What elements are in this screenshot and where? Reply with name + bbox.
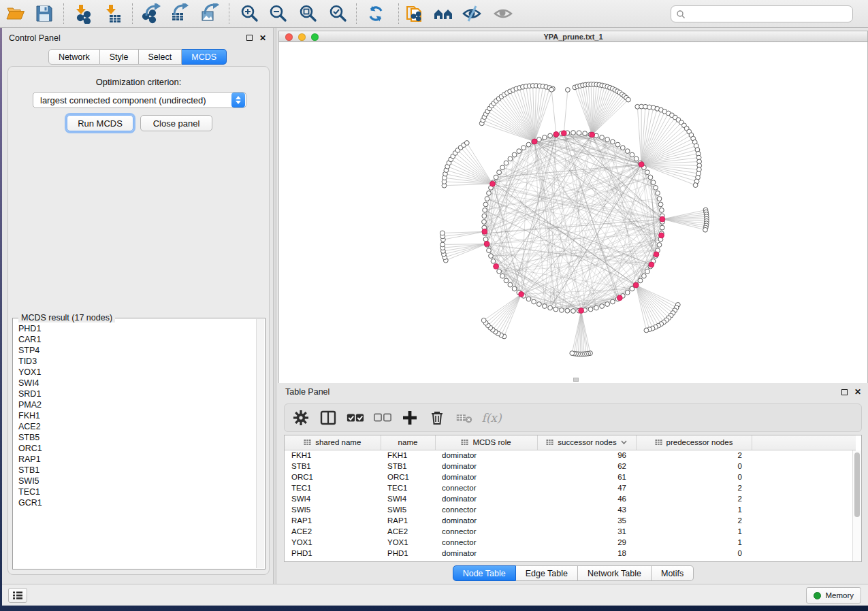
column-header-name[interactable]: name	[381, 435, 435, 450]
zoom-fit-icon[interactable]	[295, 2, 320, 25]
panel-list-button[interactable]	[8, 588, 27, 603]
tab-network[interactable]: Network	[48, 49, 100, 65]
control-panel-header: Control Panel ✕	[2, 28, 273, 48]
network-canvas[interactable]	[278, 42, 868, 383]
mcds-result-item[interactable]: SWI5	[18, 476, 256, 486]
tab-motifs[interactable]: Motifs	[652, 565, 694, 581]
close-panel-icon[interactable]: ✕	[259, 34, 266, 42]
mcds-result-item[interactable]: PMA2	[18, 399, 256, 410]
first-neighbors-icon[interactable]	[431, 2, 455, 25]
split-view-icon[interactable]	[319, 408, 338, 427]
table-row[interactable]: RAP1RAP1dominator352	[285, 515, 856, 526]
search-input[interactable]	[686, 10, 852, 19]
tab-style[interactable]: Style	[100, 49, 139, 65]
control-panel: Control Panel ✕ NetworkStyleSelectMCDS O…	[2, 28, 273, 584]
table-row[interactable]: ORC1ORC1dominator610	[285, 472, 856, 482]
zoom-selected-icon[interactable]	[325, 2, 350, 25]
table-row[interactable]: STB1STB1dominator620	[285, 461, 856, 472]
refresh-icon[interactable]	[364, 2, 388, 25]
mcds-result-item[interactable]: FKH1	[18, 410, 256, 421]
close-table-panel-icon[interactable]: ✕	[854, 388, 861, 396]
tab-select[interactable]: Select	[139, 49, 182, 65]
function-builder-icon: f(x)	[482, 408, 501, 427]
mcds-result-item[interactable]: RAP1	[18, 454, 256, 465]
tab-edge-table[interactable]: Edge Table	[516, 565, 578, 581]
table-row[interactable]: SWI4SWI4dominator462	[285, 493, 856, 504]
table-row[interactable]: FKH1FKH1dominator962	[285, 450, 856, 461]
export-network-icon[interactable]	[140, 2, 164, 25]
mcds-result-item[interactable]: PHD1	[18, 323, 256, 334]
mcds-result-item[interactable]: SRD1	[18, 389, 256, 399]
delete-column-icon[interactable]	[428, 408, 447, 427]
show-all-icon	[491, 2, 515, 25]
mcds-result-item[interactable]: SWI4	[18, 378, 256, 389]
mcds-result-item[interactable]: STB5	[18, 432, 256, 443]
network-graph[interactable]	[279, 42, 868, 383]
save-session-icon[interactable]	[32, 2, 57, 25]
mcds-result-item[interactable]: ACE2	[18, 421, 256, 432]
node-table[interactable]: shared namenameMCDS rolesuccessor nodesp…	[284, 435, 862, 562]
table-row[interactable]: YOX1YOX1connector291	[285, 537, 856, 548]
optimization-criterion-label: Optimization criterion:	[8, 77, 269, 87]
run-mcds-button[interactable]: Run MCDS	[67, 115, 133, 131]
settings-icon[interactable]	[291, 408, 310, 427]
optimization-criterion-select[interactable]: largest connected component (undirected)	[33, 92, 246, 108]
export-image-icon[interactable]	[197, 2, 222, 25]
float-table-panel-icon[interactable]	[841, 389, 848, 395]
toolbar-separator	[356, 3, 357, 24]
optimization-criterion-value: largest connected component (undirected)	[33, 95, 231, 105]
table-row[interactable]: TEC1TEC1connector472	[285, 482, 856, 493]
mcds-result-item[interactable]: STP4	[18, 345, 256, 356]
zoom-window-icon[interactable]	[311, 33, 319, 41]
export-table-icon[interactable]	[167, 2, 192, 25]
tab-node-table[interactable]: Node Table	[453, 565, 516, 581]
mcds-result-item[interactable]: YOX1	[18, 367, 256, 378]
column-header-successor-nodes[interactable]: successor nodes	[537, 435, 636, 450]
minimize-window-icon[interactable]	[298, 33, 306, 41]
control-panel-title: Control Panel	[9, 33, 61, 43]
close-panel-button[interactable]: Close panel	[140, 115, 212, 131]
splitter-grip[interactable]	[573, 378, 579, 382]
open-file-icon[interactable]	[3, 2, 28, 25]
add-column-icon[interactable]	[400, 408, 419, 427]
network-and-table-area: YPA_prune.txt_1 Table Panel ✕ f(x) share…	[276, 28, 868, 584]
new-network-from-selection-icon[interactable]	[402, 2, 427, 25]
status-bar: Memory	[2, 584, 868, 606]
deselect-all-columns-icon[interactable]	[373, 408, 392, 427]
mcds-result-item[interactable]: GCR1	[18, 497, 256, 508]
toolbar-separator	[63, 3, 64, 24]
close-window-icon[interactable]	[285, 33, 293, 41]
select-all-columns-icon[interactable]	[346, 408, 365, 427]
mcds-list-scrollbar[interactable]	[256, 319, 264, 568]
column-header-MCDS-role[interactable]: MCDS role	[435, 435, 537, 450]
search-box[interactable]	[671, 5, 853, 22]
float-panel-icon[interactable]	[246, 35, 253, 41]
main-toolbar	[0, 0, 868, 28]
zoom-out-icon[interactable]	[266, 2, 290, 25]
import-network-icon[interactable]	[72, 2, 97, 25]
table-row[interactable]: SWI5SWI5connector431	[285, 504, 856, 515]
table-scrollbar[interactable]	[852, 450, 861, 561]
mcds-result-item[interactable]: TEC1	[18, 486, 256, 497]
network-window-title: YPA_prune.txt_1	[543, 33, 602, 41]
mcds-result-item[interactable]: CAR1	[18, 334, 256, 345]
network-window-titlebar[interactable]: YPA_prune.txt_1	[278, 31, 868, 42]
zoom-in-icon[interactable]	[237, 2, 261, 25]
app-window: Control Panel ✕ NetworkStyleSelectMCDS O…	[2, 28, 868, 606]
mcds-result-item[interactable]: STB1	[18, 465, 256, 476]
table-row[interactable]: PHD1PHD1dominator180	[285, 548, 856, 559]
mcds-result-list[interactable]: PHD1CAR1STP4TID3YOX1SWI4SRD1PMA2FKH1ACE2…	[14, 319, 256, 568]
tab-mcds[interactable]: MCDS	[182, 49, 227, 65]
tab-network-table[interactable]: Network Table	[578, 565, 652, 581]
mcds-result-item[interactable]: TID3	[18, 356, 256, 367]
column-header-shared-name[interactable]: shared name	[285, 435, 381, 450]
import-table-icon[interactable]	[102, 2, 127, 25]
toolbar-separator	[229, 3, 229, 24]
toolbar-separator	[398, 3, 399, 24]
hide-selected-icon[interactable]	[460, 2, 484, 25]
mcds-result-item[interactable]: ORC1	[18, 443, 256, 454]
column-header-predecessor-nodes[interactable]: predecessor nodes	[636, 435, 752, 450]
memory-button[interactable]: Memory	[806, 587, 861, 604]
table-row[interactable]: ACE2ACE2connector311	[285, 526, 856, 537]
table-toolbar: f(x)	[284, 403, 862, 432]
